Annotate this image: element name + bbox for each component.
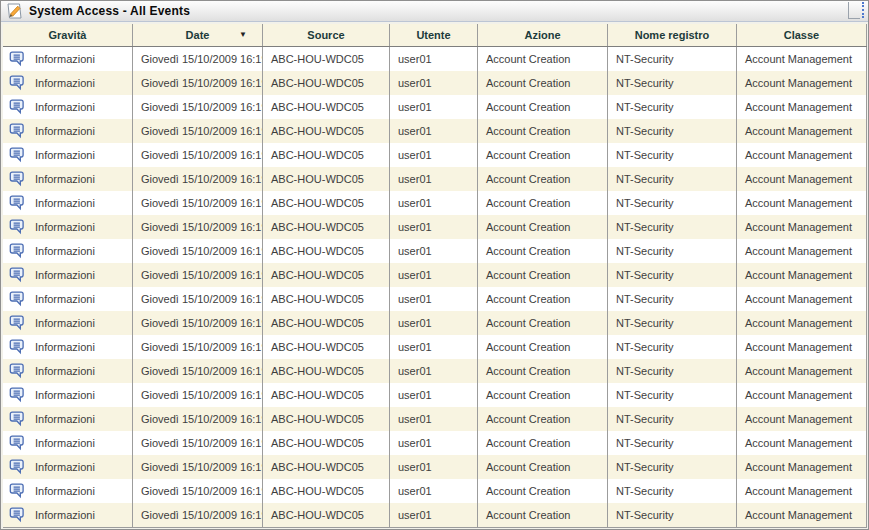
log-name-cell: NT-Security [608,287,737,311]
source-cell: ABC-HOU-WDC05 [263,455,390,479]
source-cell: ABC-HOU-WDC05 [263,503,390,527]
information-balloon-icon [9,195,26,211]
column-header-date[interactable]: Date▼ [133,24,263,46]
table-row[interactable]: Informazioni Giovedì 15/10/2009 16:19: A… [3,479,867,503]
class-value: Account Management [745,221,852,233]
source-cell: ABC-HOU-WDC05 [263,143,390,167]
column-header-label: Classe [784,29,819,41]
action-cell: Account Creation [478,47,608,71]
user-value: user01 [398,317,432,329]
table-row[interactable]: Informazioni Giovedì 15/10/2009 16:19: A… [3,71,867,95]
user-value: user01 [398,101,432,113]
log-name-value: NT-Security [616,365,673,377]
table-row[interactable]: Informazioni Giovedì 15/10/2009 16:19: A… [3,263,867,287]
source-cell: ABC-HOU-WDC05 [263,215,390,239]
action-value: Account Creation [486,245,570,257]
title-bar: System Access - All Events [1,1,868,22]
severity-label: Informazioni [35,461,95,473]
action-cell: Account Creation [478,263,608,287]
severity-label: Informazioni [35,77,95,89]
information-balloon-icon [9,171,26,187]
severity-label: Informazioni [35,365,95,377]
date-value: Giovedì 15/10/2009 16:19: [141,485,263,497]
table-row[interactable]: Informazioni Giovedì 15/10/2009 16:19: A… [3,143,867,167]
table-row[interactable]: Informazioni Giovedì 15/10/2009 16:19: A… [3,503,867,527]
action-value: Account Creation [486,269,570,281]
table-row[interactable]: Informazioni Giovedì 15/10/2009 16:19: A… [3,335,867,359]
table-row[interactable]: Informazioni Giovedì 15/10/2009 16:19: A… [3,311,867,335]
date-cell: Giovedì 15/10/2009 16:19: [133,383,263,407]
table-row[interactable]: Informazioni Giovedì 15/10/2009 16:19: A… [3,167,867,191]
date-cell: Giovedì 15/10/2009 16:19: [133,359,263,383]
class-cell: Account Management [737,407,867,431]
action-cell: Account Creation [478,359,608,383]
severity-cell: Informazioni [3,263,133,287]
action-cell: Account Creation [478,239,608,263]
date-cell: Giovedì 15/10/2009 16:19: [133,431,263,455]
table-row[interactable]: Informazioni Giovedì 15/10/2009 16:19: A… [3,407,867,431]
user-cell: user01 [390,143,478,167]
log-name-value: NT-Security [616,245,673,257]
severity-cell: Informazioni [3,359,133,383]
action-cell: Account Creation [478,335,608,359]
table-row[interactable]: Informazioni Giovedì 15/10/2009 16:19: A… [3,431,867,455]
user-cell: user01 [390,119,478,143]
date-value: Giovedì 15/10/2009 16:19: [141,77,263,89]
user-cell: user01 [390,47,478,71]
user-value: user01 [398,389,432,401]
table-row[interactable]: Informazioni Giovedì 15/10/2009 16:19: A… [3,359,867,383]
log-name-cell: NT-Security [608,191,737,215]
severity-cell: Informazioni [3,407,133,431]
table-header-row: GravitàDate▼SourceUtenteAzioneNome regis… [3,24,867,47]
sort-descending-icon[interactable]: ▼ [239,30,247,39]
source-cell: ABC-HOU-WDC05 [263,479,390,503]
table-row[interactable]: Informazioni Giovedì 15/10/2009 16:19: A… [3,287,867,311]
class-cell: Account Management [737,335,867,359]
action-cell: Account Creation [478,431,608,455]
table-row[interactable]: Informazioni Giovedì 15/10/2009 16:19: A… [3,47,867,71]
severity-cell: Informazioni [3,143,133,167]
log-name-value: NT-Security [616,317,673,329]
log-name-cell: NT-Security [608,47,737,71]
severity-cell: Informazioni [3,287,133,311]
severity-cell: Informazioni [3,215,133,239]
table-row[interactable]: Informazioni Giovedì 15/10/2009 16:19: A… [3,239,867,263]
severity-label: Informazioni [35,341,95,353]
severity-label: Informazioni [35,245,95,257]
column-header-label: Source [307,29,344,41]
information-balloon-icon [9,75,26,91]
action-value: Account Creation [486,413,570,425]
class-cell: Account Management [737,311,867,335]
column-header-gravit-[interactable]: Gravità [3,24,133,46]
log-name-value: NT-Security [616,341,673,353]
column-header-classe[interactable]: Classe [737,24,867,46]
table-row[interactable]: Informazioni Giovedì 15/10/2009 16:19: A… [3,383,867,407]
severity-label: Informazioni [35,53,95,65]
table-row[interactable]: Informazioni Giovedì 15/10/2009 16:19: A… [3,119,867,143]
log-name-cell: NT-Security [608,119,737,143]
action-cell: Account Creation [478,287,608,311]
column-header-label: Utente [416,29,450,41]
information-balloon-icon [9,315,26,331]
column-header-nome-registro[interactable]: Nome registro [608,24,737,46]
user-value: user01 [398,413,432,425]
titlebar-grip[interactable] [848,2,860,19]
date-value: Giovedì 15/10/2009 16:19: [141,53,263,65]
events-window: System Access - All Events GravitàDate▼S… [0,0,869,530]
table-row[interactable]: Informazioni Giovedì 15/10/2009 16:19: A… [3,191,867,215]
information-balloon-icon [9,51,26,67]
log-name-cell: NT-Security [608,95,737,119]
column-header-azione[interactable]: Azione [478,24,608,46]
date-cell: Giovedì 15/10/2009 16:19: [133,119,263,143]
column-header-source[interactable]: Source [263,24,390,46]
table-row[interactable]: Informazioni Giovedì 15/10/2009 16:19: A… [3,455,867,479]
column-header-utente[interactable]: Utente [390,24,478,46]
table-row[interactable]: Informazioni Giovedì 15/10/2009 16:19: A… [3,215,867,239]
class-value: Account Management [745,269,852,281]
action-cell: Account Creation [478,383,608,407]
table-row[interactable]: Informazioni Giovedì 15/10/2009 16:19: A… [3,95,867,119]
log-name-cell: NT-Security [608,239,737,263]
user-cell: user01 [390,335,478,359]
date-value: Giovedì 15/10/2009 16:19: [141,173,263,185]
information-balloon-icon [9,267,26,283]
